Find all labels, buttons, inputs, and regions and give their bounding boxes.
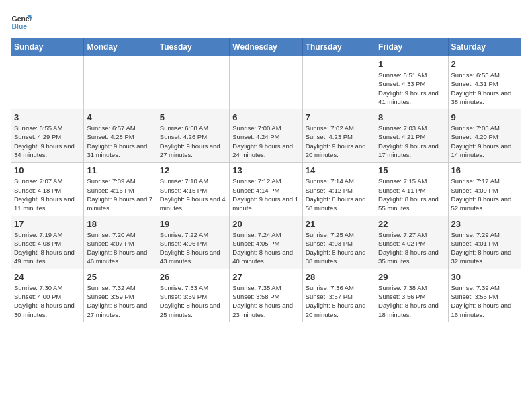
day-info: Sunrise: 7:29 AM Sunset: 4:01 PM Dayligh… — [451, 230, 518, 266]
calendar-cell: 26Sunrise: 7:33 AM Sunset: 3:59 PM Dayli… — [157, 269, 229, 322]
day-number: 24 — [14, 272, 81, 282]
day-info: Sunrise: 6:58 AM Sunset: 4:26 PM Dayligh… — [160, 124, 226, 159]
calendar-week-row: 24Sunrise: 7:30 AM Sunset: 4:00 PM Dayli… — [11, 269, 521, 322]
day-info: Sunrise: 7:12 AM Sunset: 4:14 PM Dayligh… — [232, 177, 299, 212]
calendar-cell: 5Sunrise: 6:58 AM Sunset: 4:26 PM Daylig… — [157, 109, 229, 163]
day-info: Sunrise: 7:19 AM Sunset: 4:08 PM Dayligh… — [14, 230, 81, 266]
day-number: 19 — [160, 219, 226, 229]
calendar-cell — [230, 56, 302, 109]
calendar-cell: 20Sunrise: 7:24 AM Sunset: 4:05 PM Dayli… — [230, 216, 302, 269]
calendar-cell: 19Sunrise: 7:22 AM Sunset: 4:06 PM Dayli… — [157, 216, 229, 269]
calendar-cell: 9Sunrise: 7:05 AM Sunset: 4:20 PM Daylig… — [448, 109, 521, 163]
day-number: 15 — [378, 165, 445, 175]
calendar-cell — [11, 56, 84, 109]
calendar-week-row: 3Sunrise: 6:55 AM Sunset: 4:29 PM Daylig… — [11, 109, 521, 163]
day-info: Sunrise: 7:17 AM Sunset: 4:09 PM Dayligh… — [451, 177, 518, 212]
calendar-cell: 29Sunrise: 7:38 AM Sunset: 3:56 PM Dayli… — [375, 269, 448, 322]
day-number: 25 — [87, 272, 153, 282]
calendar-table: SundayMondayTuesdayWednesdayThursdayFrid… — [11, 38, 521, 322]
day-number: 29 — [378, 272, 445, 282]
calendar-cell: 27Sunrise: 7:35 AM Sunset: 3:58 PM Dayli… — [230, 269, 302, 322]
page-header: General Blue — [11, 11, 521, 32]
calendar-cell: 14Sunrise: 7:14 AM Sunset: 4:12 PM Dayli… — [302, 163, 375, 216]
calendar-cell: 24Sunrise: 7:30 AM Sunset: 4:00 PM Dayli… — [11, 269, 84, 322]
calendar-cell: 8Sunrise: 7:03 AM Sunset: 4:21 PM Daylig… — [375, 109, 448, 163]
calendar-cell: 18Sunrise: 7:20 AM Sunset: 4:07 PM Dayli… — [84, 216, 157, 269]
calendar-cell: 28Sunrise: 7:36 AM Sunset: 3:57 PM Dayli… — [302, 269, 375, 322]
day-number: 10 — [14, 165, 81, 175]
day-number: 3 — [14, 112, 81, 122]
calendar-cell — [84, 56, 157, 109]
calendar-cell: 23Sunrise: 7:29 AM Sunset: 4:01 PM Dayli… — [448, 216, 521, 269]
day-number: 5 — [160, 112, 226, 122]
day-number: 18 — [87, 219, 153, 229]
day-number: 14 — [306, 165, 372, 175]
day-info: Sunrise: 7:03 AM Sunset: 4:21 PM Dayligh… — [378, 124, 445, 159]
day-number: 8 — [378, 112, 445, 122]
day-number: 22 — [378, 219, 445, 229]
calendar-cell: 21Sunrise: 7:25 AM Sunset: 4:03 PM Dayli… — [302, 216, 375, 269]
day-info: Sunrise: 7:22 AM Sunset: 4:06 PM Dayligh… — [160, 230, 226, 266]
calendar-day-header: Tuesday — [157, 38, 229, 56]
day-number: 1 — [378, 59, 445, 69]
calendar-day-header: Thursday — [302, 38, 375, 56]
calendar-cell: 30Sunrise: 7:39 AM Sunset: 3:55 PM Dayli… — [448, 269, 521, 322]
day-number: 6 — [232, 112, 299, 122]
day-info: Sunrise: 6:53 AM Sunset: 4:31 PM Dayligh… — [451, 71, 518, 106]
day-info: Sunrise: 6:55 AM Sunset: 4:29 PM Dayligh… — [14, 124, 81, 159]
day-info: Sunrise: 7:00 AM Sunset: 4:24 PM Dayligh… — [232, 124, 299, 159]
day-number: 20 — [232, 219, 299, 229]
day-number: 2 — [451, 59, 518, 69]
logo-icon: General Blue — [11, 11, 32, 32]
day-number: 7 — [306, 112, 372, 122]
calendar-week-row: 17Sunrise: 7:19 AM Sunset: 4:08 PM Dayli… — [11, 216, 521, 269]
calendar-cell: 11Sunrise: 7:09 AM Sunset: 4:16 PM Dayli… — [84, 163, 157, 216]
calendar-cell — [302, 56, 375, 109]
svg-text:Blue: Blue — [12, 23, 28, 30]
logo: General Blue — [11, 11, 32, 32]
calendar-cell: 3Sunrise: 6:55 AM Sunset: 4:29 PM Daylig… — [11, 109, 84, 163]
day-info: Sunrise: 7:33 AM Sunset: 3:59 PM Dayligh… — [160, 283, 226, 319]
day-number: 30 — [451, 272, 518, 282]
calendar-cell: 16Sunrise: 7:17 AM Sunset: 4:09 PM Dayli… — [448, 163, 521, 216]
day-number: 11 — [87, 165, 153, 175]
day-number: 16 — [451, 165, 518, 175]
day-info: Sunrise: 7:07 AM Sunset: 4:18 PM Dayligh… — [14, 177, 81, 212]
day-info: Sunrise: 7:15 AM Sunset: 4:11 PM Dayligh… — [378, 177, 445, 212]
calendar-cell: 6Sunrise: 7:00 AM Sunset: 4:24 PM Daylig… — [230, 109, 302, 163]
day-info: Sunrise: 7:38 AM Sunset: 3:56 PM Dayligh… — [378, 283, 445, 319]
day-info: Sunrise: 7:30 AM Sunset: 4:00 PM Dayligh… — [14, 283, 81, 319]
calendar-cell: 22Sunrise: 7:27 AM Sunset: 4:02 PM Dayli… — [375, 216, 448, 269]
day-number: 21 — [306, 219, 372, 229]
calendar-cell — [157, 56, 229, 109]
calendar-cell: 1Sunrise: 6:51 AM Sunset: 4:33 PM Daylig… — [375, 56, 448, 109]
day-number: 4 — [87, 112, 153, 122]
calendar-cell: 7Sunrise: 7:02 AM Sunset: 4:23 PM Daylig… — [302, 109, 375, 163]
day-number: 26 — [160, 272, 226, 282]
calendar-cell: 25Sunrise: 7:32 AM Sunset: 3:59 PM Dayli… — [84, 269, 157, 322]
calendar-cell: 15Sunrise: 7:15 AM Sunset: 4:11 PM Dayli… — [375, 163, 448, 216]
day-info: Sunrise: 7:27 AM Sunset: 4:02 PM Dayligh… — [378, 230, 445, 266]
calendar-day-header: Friday — [375, 38, 448, 56]
calendar-day-header: Wednesday — [230, 38, 302, 56]
day-info: Sunrise: 7:24 AM Sunset: 4:05 PM Dayligh… — [232, 230, 299, 266]
day-info: Sunrise: 7:25 AM Sunset: 4:03 PM Dayligh… — [306, 230, 372, 266]
day-info: Sunrise: 6:51 AM Sunset: 4:33 PM Dayligh… — [378, 71, 445, 106]
calendar-cell: 12Sunrise: 7:10 AM Sunset: 4:15 PM Dayli… — [157, 163, 229, 216]
calendar-day-header: Monday — [84, 38, 157, 56]
day-info: Sunrise: 7:35 AM Sunset: 3:58 PM Dayligh… — [232, 283, 299, 319]
day-number: 27 — [232, 272, 299, 282]
calendar-cell: 17Sunrise: 7:19 AM Sunset: 4:08 PM Dayli… — [11, 216, 84, 269]
calendar-day-header: Sunday — [11, 38, 84, 56]
calendar-week-row: 10Sunrise: 7:07 AM Sunset: 4:18 PM Dayli… — [11, 163, 521, 216]
day-number: 9 — [451, 112, 518, 122]
day-info: Sunrise: 7:14 AM Sunset: 4:12 PM Dayligh… — [306, 177, 372, 212]
day-info: Sunrise: 7:39 AM Sunset: 3:55 PM Dayligh… — [451, 283, 518, 319]
day-number: 23 — [451, 219, 518, 229]
calendar-cell: 4Sunrise: 6:57 AM Sunset: 4:28 PM Daylig… — [84, 109, 157, 163]
calendar-header-row: SundayMondayTuesdayWednesdayThursdayFrid… — [11, 38, 521, 56]
day-info: Sunrise: 7:32 AM Sunset: 3:59 PM Dayligh… — [87, 283, 153, 319]
day-number: 17 — [14, 219, 81, 229]
day-info: Sunrise: 7:05 AM Sunset: 4:20 PM Dayligh… — [451, 124, 518, 159]
day-info: Sunrise: 6:57 AM Sunset: 4:28 PM Dayligh… — [87, 124, 153, 159]
